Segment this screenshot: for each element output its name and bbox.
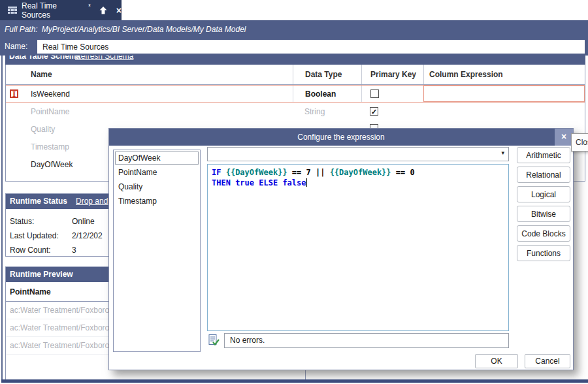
operator-button-logical[interactable]: Logical	[517, 186, 570, 202]
primary-key-checkbox[interactable]	[370, 89, 379, 98]
publish-icon[interactable]	[99, 6, 108, 15]
field-list-item[interactable]: Quality	[115, 180, 199, 193]
runtime-status-title: Runtime Status	[10, 197, 67, 206]
field-list: DayOfWeekPointNameQualityTimestamp	[113, 150, 201, 352]
operator-button-functions[interactable]: Functions	[517, 245, 570, 261]
expression-token: true	[235, 178, 254, 187]
expression-token: {{DayOfWeek}}	[330, 168, 391, 177]
cancel-button[interactable]: Cancel	[525, 354, 570, 368]
operator-button-code-blocks[interactable]: Code Blocks	[517, 225, 570, 242]
schema-header-row: Name Data Type Primary Key Column Expres…	[6, 65, 585, 85]
expression-editor[interactable]: IF {{DayOfWeek}} == 7 || {{DayOfWeek}} =…	[207, 164, 509, 331]
tab-real-time-sources[interactable]: Real Time Sources * ×	[0, 0, 122, 20]
runtime-status-field-value: 3	[72, 246, 76, 255]
dialog-title: Configure the expression	[109, 129, 573, 146]
configure-expression-dialog: Configure the expression × DayOfWeekPoin…	[108, 128, 574, 370]
field-list-item[interactable]: Timestamp	[115, 195, 199, 208]
schema-row-data-type: Boolean	[293, 86, 361, 102]
column-header-name: Name	[25, 65, 293, 84]
validation-message-box: No errors.	[224, 333, 509, 348]
close-tooltip: Close	[571, 133, 588, 152]
schema-row-name: IsWeekend	[25, 89, 293, 99]
operator-button-relational[interactable]: Relational	[517, 167, 570, 183]
tab-bar: Real Time Sources * ×	[0, 0, 588, 20]
expression-line: THEN true ELSE false	[212, 178, 504, 188]
expression-template-dropdown[interactable]: ▾	[207, 147, 509, 161]
app-bottom-border	[1, 379, 588, 383]
tab-title: Real Time Sources	[22, 1, 88, 20]
name-row: Name:	[0, 38, 588, 56]
schema-row-column-expression[interactable]	[423, 86, 585, 102]
full-path-label: Full Path:	[5, 25, 38, 34]
expression-token: {{DayOfWeek}}	[226, 168, 287, 177]
primary-key-checkbox[interactable]: ✓	[370, 107, 378, 116]
expression-token: IF	[212, 168, 226, 177]
dialog-close-icon[interactable]: ×	[555, 129, 573, 146]
name-label: Name:	[5, 42, 27, 51]
full-path-value: MyProject/Analytics/BI Server/Data Model…	[42, 25, 246, 34]
row-indicator-column-header	[6, 65, 25, 84]
text-cursor	[306, 178, 307, 187]
ok-button[interactable]: OK	[475, 354, 518, 368]
runtime-status-field-value: 2/12/202	[72, 231, 103, 240]
schema-row-name: PointName	[25, 107, 293, 116]
drop-and-recreate-link[interactable]: Drop and	[76, 197, 108, 206]
field-list-item[interactable]: DayOfWeek	[115, 152, 199, 165]
expression-token: THEN	[212, 178, 235, 187]
runtime-preview-title: Runtime Preview	[10, 270, 73, 279]
column-header-data-type: Data Type	[293, 65, 361, 84]
runtime-status-field-label: Last Updated:	[6, 231, 72, 240]
schema-row[interactable]: PointNameString✓	[6, 103, 585, 120]
expression-token: == 7 ||	[287, 168, 330, 177]
operator-button-arithmetic[interactable]: Arithmetic	[517, 147, 570, 163]
runtime-status-field-label: Row Count:	[6, 246, 72, 255]
column-header-primary-key: Primary Key	[361, 65, 423, 84]
row-editing-icon: I	[10, 89, 18, 98]
name-input[interactable]	[37, 40, 585, 54]
expression-token: ELSE	[254, 178, 282, 187]
table-grid-icon	[8, 7, 17, 14]
validation-icon	[207, 334, 220, 347]
unsaved-changes-indicator: *	[88, 3, 91, 10]
tab-close-icon[interactable]: ×	[116, 6, 122, 15]
schema-row-primary-key: ✓	[361, 107, 423, 116]
chevron-down-icon: ▾	[501, 150, 504, 156]
operator-button-bitwise[interactable]: Bitwise	[517, 206, 570, 222]
runtime-status-field-value: Online	[72, 217, 95, 226]
schema-row[interactable]: IIsWeekendBoolean	[6, 85, 585, 103]
expression-token: false	[282, 178, 306, 187]
runtime-status-field-label: Status:	[6, 217, 72, 226]
full-path-bar: Full Path: MyProject/Analytics/BI Server…	[0, 20, 588, 38]
expression-token: == 0	[391, 168, 415, 177]
expression-line: IF {{DayOfWeek}} == 7 || {{DayOfWeek}} =…	[212, 167, 504, 178]
column-header-column-expression: Column Expression	[423, 65, 585, 84]
schema-row-primary-key	[361, 86, 423, 102]
schema-row-data-type: String	[293, 107, 361, 116]
row-indicator-cell: I	[6, 89, 25, 99]
field-list-item[interactable]: PointName	[115, 166, 199, 179]
app-left-border	[1, 55, 3, 379]
